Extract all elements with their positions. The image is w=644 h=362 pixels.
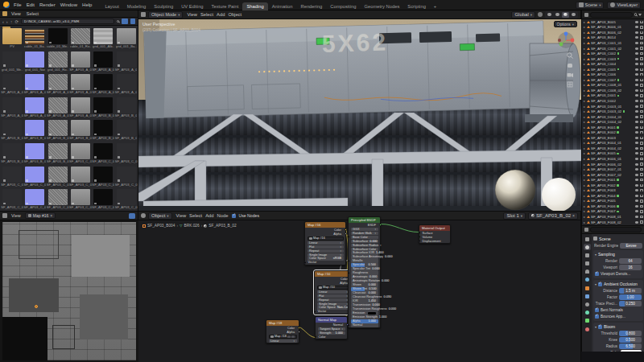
output-socket-alpha[interactable]: Alpha	[317, 282, 350, 285]
hide-in-viewport-toggle[interactable]	[635, 68, 638, 71]
expand-caret-icon[interactable]: ▸	[584, 215, 585, 219]
object-name[interactable]: SF_AP03_B014	[591, 35, 616, 39]
breadcrumb-object[interactable]: SF_AP03_B004	[147, 224, 175, 228]
search-icon[interactable]	[117, 20, 120, 23]
hide-in-viewport-toggle[interactable]	[635, 200, 638, 202]
menubar-item[interactable]: Window	[58, 2, 80, 7]
file-item[interactable]: SF_AP03_B_0	[47, 119, 69, 142]
hide-in-viewport-toggle[interactable]	[635, 174, 638, 176]
hide-in-viewport-toggle[interactable]	[635, 221, 638, 224]
expand-caret-icon[interactable]: ▸	[584, 209, 585, 213]
expand-caret-icon[interactable]: ▸	[584, 162, 585, 167]
unlink-image-icon[interactable]: ×	[50, 213, 52, 218]
colorspace-row[interactable]: Color SpaceNon-Color	[317, 306, 350, 309]
hide-in-viewport-toggle[interactable]	[635, 131, 638, 134]
object-name[interactable]: SF_AP03_C003	[591, 57, 616, 61]
outliner-item[interactable]: ▸ SF_AP03_F008_02	[584, 220, 644, 225]
file-item[interactable]: SF_AP03_A_0	[69, 73, 92, 97]
node-editor-menu-item[interactable]: Add	[204, 213, 215, 218]
expand-caret-icon[interactable]: ▸	[584, 20, 585, 24]
file-item[interactable]: grid_001_Ro..	[47, 51, 69, 74]
object-name[interactable]: SF_AP03_E005	[591, 151, 616, 155]
transform-orientation-selector[interactable]: Global▾	[511, 11, 535, 19]
disable-in-render-toggle[interactable]	[640, 200, 643, 202]
object-name[interactable]: SF_AP03_C002	[591, 51, 616, 56]
file-item[interactable]: SF_AP03_C_0	[23, 188, 46, 211]
hide-in-viewport-toggle[interactable]	[635, 168, 638, 171]
hide-in-viewport-toggle[interactable]	[635, 52, 638, 55]
file-item[interactable]: grid_001_Alb..	[92, 27, 114, 51]
object-name[interactable]: SF_AP03_D001	[591, 93, 616, 97]
material-output-node[interactable]: Material Output Surface Volume Displ	[419, 224, 451, 244]
socket-icon[interactable]	[298, 327, 300, 329]
ortho-grid-icon[interactable]	[567, 81, 573, 88]
output-input-row[interactable]: Volume	[422, 236, 448, 239]
disable-in-render-toggle[interactable]	[640, 68, 643, 71]
bsdf-input-row[interactable]: Sheen Tint 0.500	[351, 287, 378, 290]
file-item[interactable]: grid_001_Me..	[1, 51, 23, 74]
file-item[interactable]: SF_AP03_B_0	[23, 119, 46, 142]
file-item[interactable]: SF_AP03_B_0	[114, 119, 137, 142]
file-item[interactable]: SF_AP03_C_0	[92, 188, 114, 211]
disable-in-render-toggle[interactable]	[640, 179, 643, 181]
expand-caret-icon[interactable]: ▸	[584, 188, 585, 192]
object-name[interactable]: SF_AP03_C008_01	[591, 83, 621, 87]
bsdf-input-row[interactable]: Sheen 0.000	[351, 283, 378, 286]
disable-in-render-toggle[interactable]	[640, 121, 643, 123]
expand-caret-icon[interactable]: ▸	[584, 68, 585, 72]
principled-bsdf-node[interactable]: Principled BSDF BSDF GGX Random Walk	[348, 216, 381, 328]
editor-type-icon-3d-viewport[interactable]	[141, 12, 146, 17]
properties-tab-output[interactable]	[584, 252, 591, 258]
node-editor-menu-item[interactable]: Select	[188, 213, 204, 218]
expand-caret-icon[interactable]: ▸	[584, 115, 585, 119]
hide-in-viewport-toggle[interactable]	[635, 26, 638, 28]
file-item[interactable]: SF_AP03_C_0	[47, 188, 69, 211]
bsdf-input-row[interactable]: Anisotropic 0.000	[351, 275, 378, 278]
hide-in-viewport-toggle[interactable]	[635, 179, 638, 181]
bsdf-input-row[interactable]: GGX	[351, 228, 378, 231]
properties-tab-modifiers[interactable]	[584, 293, 591, 299]
disable-in-render-toggle[interactable]	[640, 31, 643, 34]
menubar-item[interactable]: File	[11, 2, 24, 7]
bsdf-input-row[interactable]: Subsurface Color	[351, 248, 378, 251]
disable-in-render-toggle[interactable]	[640, 147, 643, 150]
disable-in-render-toggle[interactable]	[640, 36, 643, 39]
sampling-header[interactable]: ▾Sampling	[594, 251, 642, 257]
expand-caret-icon[interactable]: ▸	[584, 47, 585, 51]
object-name[interactable]: SF_AP03_E001	[591, 125, 616, 130]
source-dropdown[interactable]: Single Image	[308, 253, 344, 257]
disable-in-render-toggle[interactable]	[640, 84, 643, 86]
workspace-tab[interactable]: Scripting	[403, 2, 430, 10]
file-item[interactable]: SF_AP03_B_0	[114, 97, 137, 120]
projection-dropdown[interactable]: Flat	[317, 294, 350, 298]
setting-value[interactable]: 1.00	[619, 294, 642, 300]
object-name[interactable]: SF_AP03_C001_02	[591, 47, 621, 51]
strength-field[interactable]: Strength1.000	[318, 331, 345, 335]
workspace-tab[interactable]: Geometry Nodes	[360, 2, 403, 10]
setting-value[interactable]: 6.500	[619, 343, 642, 349]
zoom-icon[interactable]	[567, 52, 573, 59]
expand-caret-icon[interactable]: ▸	[584, 130, 585, 134]
setting-value[interactable]: 16	[619, 265, 642, 270]
node-editor-menu-item[interactable]: View	[175, 213, 188, 218]
disable-in-render-toggle[interactable]	[640, 152, 643, 154]
output-socket-alpha[interactable]: Alpha	[269, 331, 297, 334]
viewport-denoising-checkbox[interactable]	[595, 272, 599, 276]
node-editor-menu-item[interactable]: Node	[216, 213, 230, 218]
workspace-tab[interactable]: +	[430, 2, 440, 10]
menubar-item[interactable]: Edit	[24, 2, 37, 7]
input-socket-vector[interactable]: Vector	[308, 261, 344, 264]
expand-caret-icon[interactable]: ▸	[584, 109, 585, 113]
disable-in-render-toggle[interactable]	[640, 42, 643, 44]
setting-checkbox[interactable]	[595, 315, 599, 319]
object-name[interactable]: SF_AP03_D004_02	[591, 120, 621, 124]
navigation-gizmo[interactable]	[556, 31, 576, 51]
shading-wireframe-button[interactable]	[546, 12, 553, 18]
bsdf-input-row[interactable]: Emission	[351, 311, 378, 315]
output-socket-color[interactable]: Color	[269, 327, 297, 330]
hide-in-viewport-toggle[interactable]	[635, 195, 638, 197]
image-editor-view-menu[interactable]: View	[10, 213, 23, 218]
editor-type-icon-image[interactable]	[2, 213, 7, 218]
expand-caret-icon[interactable]: ▸	[584, 194, 585, 198]
disable-in-render-toggle[interactable]	[640, 173, 643, 175]
